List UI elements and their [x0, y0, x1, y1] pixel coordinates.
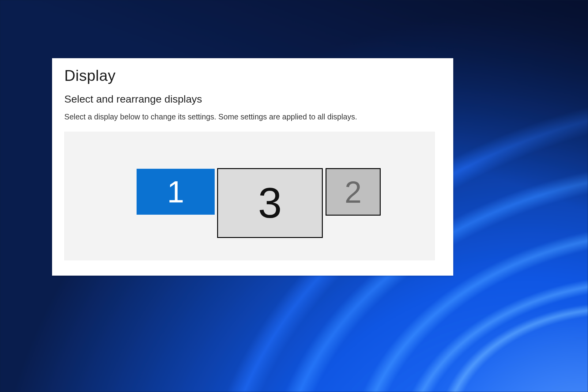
monitor-1[interactable]: 1 — [137, 169, 215, 215]
monitor-3[interactable]: 3 — [217, 168, 323, 238]
display-arrangement-canvas[interactable]: 1 3 2 — [64, 132, 435, 260]
section-title-rearrange: Select and rearrange displays — [64, 93, 441, 105]
display-settings-panel: Display Select and rearrange displays Se… — [52, 58, 453, 276]
page-title: Display — [64, 67, 441, 85]
monitor-3-label: 3 — [258, 182, 282, 224]
monitor-2[interactable]: 2 — [326, 168, 381, 216]
monitor-1-label: 1 — [167, 176, 184, 207]
helper-text: Select a display below to change its set… — [64, 112, 441, 121]
monitor-2-label: 2 — [345, 177, 362, 207]
